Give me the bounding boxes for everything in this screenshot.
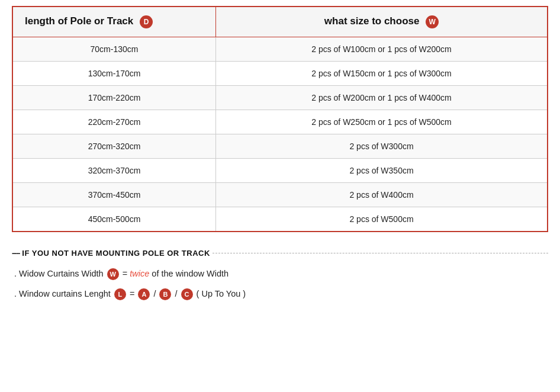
info2-badge-c: C — [181, 288, 193, 300]
table-row: 450cm-500cm2 pcs of W500cm — [12, 207, 548, 232]
range-cell: 170cm-220cm — [12, 86, 216, 110]
size-cell: 2 pcs of W500cm — [216, 207, 548, 232]
info2-badge-b: B — [159, 288, 171, 300]
size-guide-table: length of Pole or Track D what size to c… — [12, 6, 548, 232]
info1-badge-w: W — [107, 268, 119, 280]
info2-slash1: / — [153, 289, 156, 298]
info2-equals: = — [130, 289, 137, 298]
size-cell: 2 pcs of W250cm or 1 pcs of W500cm — [216, 110, 548, 134]
table-row: 130cm-170cm2 pcs of W150cm or 1 pcs of W… — [12, 62, 548, 86]
info1-suffix: of the window Width — [152, 269, 228, 278]
info2-badge-a: A — [138, 288, 150, 300]
info-line-1: . Widow Curtains Width W = twice of the … — [12, 268, 548, 280]
no-pole-section: IF YOU NOT HAVE MOUNTING POLE OR TRACK .… — [12, 249, 548, 300]
size-cell: 2 pcs of W150cm or 1 pcs of W300cm — [216, 62, 548, 86]
divider-line: IF YOU NOT HAVE MOUNTING POLE OR TRACK — [12, 249, 548, 258]
range-cell: 130cm-170cm — [12, 62, 216, 86]
col1-header-text: length of Pole or Track — [25, 15, 133, 27]
info2-slash2: / — [175, 289, 178, 298]
col1-badge: D — [140, 15, 153, 28]
range-cell: 220cm-270cm — [12, 110, 216, 134]
range-cell: 320cm-370cm — [12, 159, 216, 183]
range-cell: 270cm-320cm — [12, 134, 216, 159]
table-row: 370cm-450cm2 pcs of W400cm — [12, 183, 548, 207]
col1-header: length of Pole or Track D — [12, 7, 216, 37]
range-cell: 450cm-500cm — [12, 207, 216, 232]
table-row: 70cm-130cm2 pcs of W100cm or 1 pcs of W2… — [12, 37, 548, 62]
info2-badge-l: L — [114, 288, 126, 300]
table-row: 220cm-270cm2 pcs of W250cm or 1 pcs of W… — [12, 110, 548, 134]
size-cell: 2 pcs of W400cm — [216, 183, 548, 207]
info2-prefix: . Window curtains Lenght — [14, 289, 111, 298]
info-line-2: . Window curtains Lenght L = A / B / C (… — [12, 288, 548, 300]
size-cell: 2 pcs of W350cm — [216, 159, 548, 183]
range-cell: 370cm-450cm — [12, 183, 216, 207]
divider-text: IF YOU NOT HAVE MOUNTING POLE OR TRACK — [22, 249, 210, 258]
col2-badge: W — [426, 15, 439, 28]
table-row: 170cm-220cm2 pcs of W200cm or 1 pcs of W… — [12, 86, 548, 110]
col2-header: what size to choose W — [216, 7, 548, 37]
info2-suffix: ( Up To You ) — [197, 289, 246, 298]
info1-equals: = — [123, 269, 130, 278]
size-cell: 2 pcs of W300cm — [216, 134, 548, 159]
table-row: 320cm-370cm2 pcs of W350cm — [12, 159, 548, 183]
size-cell: 2 pcs of W200cm or 1 pcs of W400cm — [216, 86, 548, 110]
info1-highlight: twice — [130, 269, 149, 278]
size-cell: 2 pcs of W100cm or 1 pcs of W200cm — [216, 37, 548, 62]
col2-header-text: what size to choose — [324, 15, 420, 27]
range-cell: 70cm-130cm — [12, 37, 216, 62]
info1-prefix: . Widow Curtains Width — [14, 269, 104, 278]
table-row: 270cm-320cm2 pcs of W300cm — [12, 134, 548, 159]
